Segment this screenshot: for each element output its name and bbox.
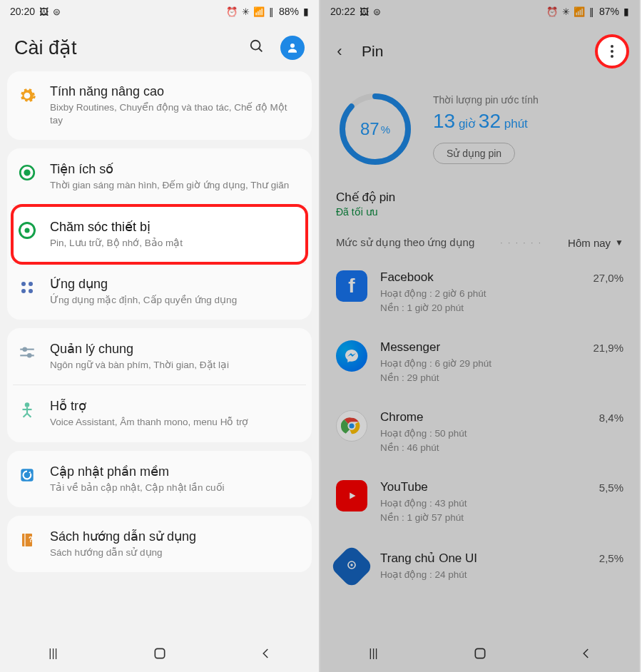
app-usage-row[interactable]: YouTube Hoạt động : 43 phút Nền : 1 giờ … — [320, 467, 639, 537]
svg-rect-15 — [26, 407, 28, 414]
battery-mode-status: Đã tối ưu — [336, 206, 623, 218]
ring-dot-icon — [17, 163, 37, 183]
app-usage-row[interactable]: f Facebook Hoạt động : 2 giờ 6 phút Nền … — [320, 258, 639, 327]
setting-item[interactable]: Chăm sóc thiết bị Pin, Lưu trữ, Bộ nhớ, … — [13, 205, 306, 263]
setting-title: Ứng dụng — [50, 276, 302, 292]
svg-line-17 — [24, 414, 27, 417]
setting-subtitle: Sách hướng dẫn sử dụng — [50, 546, 302, 559]
app-meta: Hoạt động : 50 phút Nền : 46 phút — [380, 427, 586, 454]
nav-bar: ||| — [320, 635, 639, 672]
page-title: Cài đặt — [14, 36, 77, 59]
nav-back[interactable] — [256, 643, 276, 663]
nav-home[interactable] — [150, 643, 170, 663]
app-percent: 5,5% — [599, 480, 623, 494]
app-usage-row[interactable]: Messenger Hoạt động : 6 giờ 29 phút Nền … — [320, 327, 639, 397]
app-percent: 2,5% — [599, 551, 623, 564]
setting-subtitle: Voice Assistant, Âm thanh mono, menu Hỗ … — [50, 416, 302, 429]
setting-subtitle: Tải về bản cập nhật, Cập nhật lần cuối — [50, 482, 302, 494]
app-name: YouTube — [380, 480, 586, 494]
nav-home[interactable] — [470, 643, 490, 663]
status-battery-pct: 88% — [279, 6, 299, 17]
facebook-icon: f — [336, 270, 367, 302]
svg-text:?: ? — [29, 536, 33, 544]
chrome-icon — [336, 410, 367, 442]
app-meta: Hoạt động : 6 giờ 29 phút Nền : 29 phút — [380, 357, 580, 385]
svg-line-18 — [27, 414, 31, 417]
setting-item[interactable]: Quản lý chung Ngôn ngữ và bàn phím, Thời… — [7, 328, 312, 385]
nav-back[interactable] — [576, 643, 596, 663]
cog-icon — [17, 86, 37, 106]
battery-usage-button[interactable]: Sử dụng pin — [433, 143, 515, 164]
setting-title: Cập nhật phần mềm — [50, 464, 302, 479]
messenger-icon — [336, 340, 367, 372]
back-button[interactable]: ‹ — [330, 42, 349, 61]
status-bar: 20:20 🖼 ⊜ ⏰ ✳ 📶 ‖ 88% ▮ — [0, 0, 319, 23]
setting-subtitle: Bixby Routines, Chuyển động và thao tác,… — [50, 101, 302, 127]
person-icon — [17, 399, 37, 419]
setting-item[interactable]: Hỗ trợ Voice Assistant, Âm thanh mono, m… — [13, 385, 306, 442]
battery-percent: 87 — [360, 119, 379, 139]
battery-icon: ▮ — [623, 6, 629, 17]
setting-item[interactable]: Tính năng nâng cao Bixby Routines, Chuyể… — [7, 71, 312, 140]
app-meta: Hoạt động : 24 phút — [380, 568, 586, 582]
status-time: 20:22 — [330, 6, 355, 17]
svg-point-0 — [251, 41, 260, 50]
app-usage-list[interactable]: f Facebook Hoạt động : 2 giờ 6 phút Nền … — [320, 255, 639, 645]
setting-subtitle: Pin, Lưu trữ, Bộ nhớ, Bảo mật — [50, 237, 302, 250]
app-name: Messenger — [380, 340, 580, 355]
svg-point-9 — [29, 289, 33, 293]
settings-group: Quản lý chung Ngôn ngữ và bàn phím, Thời… — [7, 328, 312, 442]
svg-point-14 — [25, 403, 30, 408]
app-name: Trang chủ One UI — [380, 551, 586, 566]
setting-item[interactable]: Cập nhật phần mềm Tải về bản cập nhật, C… — [7, 451, 312, 507]
youtube-icon — [336, 480, 367, 511]
svg-point-13 — [28, 354, 31, 357]
setting-title: Quản lý chung — [50, 341, 302, 357]
battery-ring: 87% — [336, 90, 414, 168]
setting-subtitle: Ngôn ngữ và bàn phím, Thời gian, Đặt lại — [50, 359, 302, 372]
usage-by-app-header: Mức sử dụng theo ứng dụng · · · · · · Hô… — [320, 222, 639, 255]
search-icon[interactable] — [249, 39, 265, 57]
more-menu-button[interactable] — [595, 34, 629, 68]
svg-point-30 — [350, 564, 352, 566]
account-avatar[interactable] — [280, 36, 305, 60]
svg-rect-21 — [24, 534, 26, 546]
settings-group: Tiện ích số Thời gian sáng màn hình, Đếm… — [7, 148, 312, 320]
nav-bar: ||| — [0, 635, 319, 672]
setting-item[interactable]: Tiện ích số Thời gian sáng màn hình, Đếm… — [7, 148, 312, 205]
app-usage-row[interactable]: Chrome Hoạt động : 50 phút Nền : 46 phút… — [320, 397, 639, 467]
settings-screen: 20:20 🖼 ⊜ ⏰ ✳ 📶 ‖ 88% ▮ Cài đặt Tính năn… — [0, 0, 320, 672]
app-usage-row[interactable]: Trang chủ One UI Hoạt động : 24 phút 2,5… — [320, 538, 639, 595]
nav-recents[interactable]: ||| — [364, 643, 384, 663]
page-title: Pin — [362, 43, 582, 60]
estimate-time: 13 giờ 32 phút — [433, 110, 623, 133]
status-left-icons: 🖼 ⊜ — [360, 6, 382, 17]
app-name: Facebook — [380, 270, 580, 285]
book-icon: ? — [17, 530, 37, 550]
battery-screen: 20:22 🖼 ⊜ ⏰ ✳ 📶 ‖ 87% ▮ ‹ Pin 87% Thời l… — [320, 0, 641, 672]
status-left-icons: 🖼 ⊜ — [39, 6, 61, 17]
app-meta: Hoạt động : 2 giờ 6 phút Nền : 1 giờ 20 … — [380, 287, 580, 315]
app-name: Chrome — [380, 410, 586, 424]
svg-point-7 — [29, 282, 33, 286]
settings-group: ? Sách hướng dẫn sử dụng Sách hướng dẫn … — [7, 516, 312, 572]
setting-item[interactable]: Ứng dụng Ứng dụng mặc định, Cấp quyền ứn… — [13, 263, 306, 320]
battery-icon: ▮ — [303, 6, 309, 17]
sliders-icon — [17, 342, 37, 362]
svg-point-4 — [25, 170, 30, 175]
settings-list[interactable]: Tính năng nâng cao Bixby Routines, Chuyể… — [0, 71, 319, 572]
nav-recents[interactable]: ||| — [44, 643, 63, 663]
usage-heading: Mức sử dụng theo ứng dụng — [336, 236, 474, 249]
svg-line-1 — [259, 49, 263, 52]
battery-mode-title: Chế độ pin — [336, 190, 623, 205]
status-bar: 20:22 🖼 ⊜ ⏰ ✳ 📶 ‖ 87% ▮ — [320, 0, 639, 23]
estimate-label: Thời lượng pin ước tính — [433, 94, 623, 106]
setting-title: Chăm sóc thiết bị — [50, 219, 302, 235]
period-selector[interactable]: Hôm nay ▼ — [568, 237, 623, 249]
setting-title: Hỗ trợ — [50, 398, 302, 414]
setting-title: Sách hướng dẫn sử dụng — [50, 529, 302, 544]
battery-mode-section[interactable]: Chế độ pin Đã tối ưu — [320, 181, 639, 222]
svg-point-2 — [290, 44, 295, 48]
setting-title: Tiện ích số — [50, 161, 302, 177]
setting-item[interactable]: ? Sách hướng dẫn sử dụng Sách hướng dẫn … — [7, 516, 312, 572]
